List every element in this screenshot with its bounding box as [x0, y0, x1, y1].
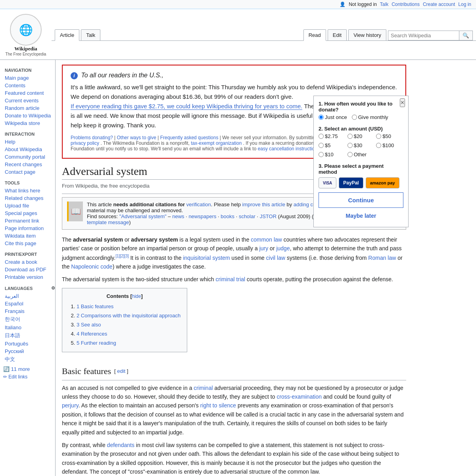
newspapers-link[interactable]: newspapers — [188, 213, 216, 219]
sidebar-item-upload-file[interactable]: Upload file — [3, 202, 55, 209]
amount-other[interactable]: Other — [347, 152, 375, 157]
sidebar-item-contents[interactable]: Contents — [3, 82, 55, 89]
roman-law-link[interactable]: Roman law — [368, 254, 396, 261]
amount-30[interactable]: $30 — [347, 142, 375, 148]
verification-link[interactable]: verification — [186, 202, 211, 207]
amount-5[interactable]: $5 — [319, 142, 346, 148]
sidebar-lang-chinese[interactable]: 中文 — [3, 355, 55, 364]
perjury-link[interactable]: perjury — [62, 402, 79, 409]
not-logged-in-label: Not logged in — [349, 2, 377, 7]
sidebar-item-related-changes[interactable]: Related changes — [3, 194, 55, 202]
defendants-link[interactable]: defendants — [107, 442, 134, 448]
tab-view-history[interactable]: View history — [348, 29, 386, 40]
toc-hide-link[interactable]: hide — [132, 294, 141, 299]
sidebar-lang-japanese[interactable]: 日本語 — [3, 331, 55, 340]
nav-tabs: Article Talk Read Edit View history 🔍 — [52, 29, 476, 41]
toc-item-4: 4 References — [77, 330, 180, 338]
cross-examination-link[interactable]: cross-examination — [276, 393, 322, 400]
toc-link-2[interactable]: 2 Comparisons with the inquisitorial app… — [77, 313, 180, 319]
amount-20[interactable]: $20 — [347, 133, 375, 139]
sidebar-lang-korean[interactable]: 한국어 — [3, 315, 55, 324]
search-button[interactable]: 🔍 — [459, 31, 473, 40]
toc-link-4[interactable]: 4 References — [77, 331, 107, 337]
cancellation-link[interactable]: easy cancellation instructions — [258, 146, 320, 152]
maybe-later-button[interactable]: Maybe later — [319, 209, 403, 222]
sidebar-item-community-portal[interactable]: Community portal — [3, 153, 55, 161]
sidebar-item-current-events[interactable]: Current events — [3, 97, 55, 104]
sidebar-lang-italian[interactable]: Italiano — [3, 324, 55, 331]
amount-50[interactable]: $50 — [376, 133, 403, 139]
adversarial-search-link[interactable]: "Adversarial system" — [119, 213, 167, 219]
right-to-silence-link[interactable]: right to silence — [200, 402, 236, 409]
criminal-trial-link[interactable]: criminal trial — [216, 276, 246, 282]
tab-edit[interactable]: Edit — [328, 29, 347, 40]
more-languages-link[interactable]: 🔄 11 more — [3, 366, 30, 372]
judge-link[interactable]: judge — [276, 245, 290, 251]
edit-links-link[interactable]: ✏ Edit links — [3, 374, 27, 380]
jstor-link[interactable]: JSTOR — [260, 213, 276, 219]
tab-talk[interactable]: Talk — [81, 29, 100, 40]
sidebar-lang-french[interactable]: Français — [3, 307, 55, 315]
amount-10[interactable]: $10 — [319, 152, 346, 157]
sidebar-item-recent-changes[interactable]: Recent changes — [3, 161, 55, 168]
talk-link[interactable]: Talk — [380, 2, 388, 7]
jury-link[interactable]: jury — [259, 245, 269, 251]
sidebar-lang-spanish[interactable]: Español — [3, 300, 55, 307]
give-monthly-option[interactable]: Give monthly — [352, 114, 388, 120]
sidebar-item-random-article[interactable]: Random article — [3, 104, 55, 112]
faq-link[interactable]: Frequently asked questions — [160, 135, 219, 140]
other-ways-link[interactable]: Other ways to give — [117, 135, 156, 140]
close-widget-button[interactable]: × — [400, 98, 405, 107]
amount-100[interactable]: $100 — [376, 142, 403, 148]
sidebar-item-what-links-here[interactable]: What links here — [3, 187, 55, 194]
common-law-link[interactable]: common law — [251, 236, 282, 243]
sidebar-item-create-book[interactable]: Create a book — [3, 258, 55, 266]
sidebar-lang-portuguese[interactable]: Português — [3, 340, 55, 347]
amount-2-75[interactable]: $2.75 — [319, 133, 346, 139]
news-link[interactable]: news — [172, 213, 184, 219]
widget-step2: 2. Select an amount (USD) $2.75 $20 $50 … — [319, 126, 403, 159]
books-link[interactable]: books — [221, 213, 234, 219]
scholar-link[interactable]: scholar — [239, 213, 255, 219]
criminal-link[interactable]: criminal — [194, 385, 213, 391]
continue-button[interactable]: Continue — [319, 192, 403, 208]
sidebar-item-printable[interactable]: Printable version — [3, 273, 55, 281]
sidebar-item-store[interactable]: Wikipedia store — [3, 119, 55, 127]
languages-gear-icon[interactable]: ⚙ — [51, 286, 55, 291]
thriving-link[interactable]: If everyone reading this gave $2.75, we … — [71, 103, 302, 110]
sidebar-item-featured-content[interactable]: Featured content — [3, 89, 55, 97]
tab-article[interactable]: Article — [55, 29, 79, 41]
sidebar-item-download-pdf[interactable]: Download as PDF — [3, 266, 55, 273]
civil-law-link[interactable]: civil law — [266, 254, 285, 261]
sidebar-item-permanent-link[interactable]: Permanent link — [3, 217, 55, 225]
amazon-payment-button[interactable]: amazon pay — [366, 177, 399, 188]
sidebar-lang-arabic[interactable]: العربية — [3, 292, 55, 300]
visa-payment-button[interactable]: VISA — [319, 177, 336, 188]
toc-link-3[interactable]: 3 See also — [77, 322, 101, 328]
sidebar-item-main-page[interactable]: Main page — [3, 74, 55, 82]
improve-article-link[interactable]: improve this article — [242, 202, 285, 207]
inquisitorial-system-link[interactable]: inquisitorial system — [183, 254, 230, 261]
toc-link-1[interactable]: 1 Basic features — [77, 303, 113, 309]
sidebar-item-about[interactable]: About Wikipedia — [3, 146, 55, 153]
tab-read[interactable]: Read — [303, 29, 326, 41]
create-account-link[interactable]: Create account — [423, 2, 455, 7]
basic-features-edit-link[interactable]: edit — [117, 368, 125, 374]
just-once-option[interactable]: Just once — [319, 114, 347, 120]
sidebar-lang-russian[interactable]: Русский — [3, 347, 55, 355]
log-in-link[interactable]: Log in — [458, 2, 471, 7]
search-input[interactable] — [388, 31, 459, 40]
contributions-link[interactable]: Contributions — [392, 2, 420, 7]
napoleonic-code-link[interactable]: Napoleonic code — [71, 263, 112, 270]
paypal-payment-button[interactable]: PayPal — [339, 177, 363, 188]
tax-exempt-link[interactable]: tax-exempt organization — [191, 140, 242, 146]
sidebar-item-wikidata[interactable]: Wikidata item — [3, 232, 55, 240]
sidebar-item-contact[interactable]: Contact page — [3, 168, 55, 176]
problems-donating-link[interactable]: Problems donating? — [71, 135, 113, 140]
sidebar-item-page-information[interactable]: Page information — [3, 225, 55, 232]
toc-link-5[interactable]: 5 Further reading — [77, 340, 116, 346]
sidebar-item-help[interactable]: Help — [3, 138, 55, 146]
sidebar-item-cite[interactable]: Cite this page — [3, 240, 55, 247]
sidebar-item-donate[interactable]: Donate to Wikipedia — [3, 112, 55, 119]
sidebar-item-special-pages[interactable]: Special pages — [3, 209, 55, 217]
